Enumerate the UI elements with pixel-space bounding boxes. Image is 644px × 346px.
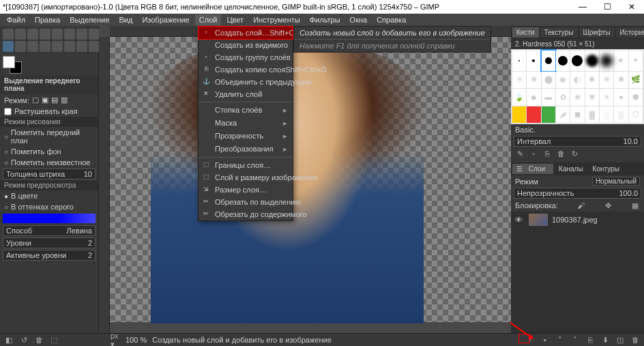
menu-stack[interactable]: Стопка слоёв▸: [199, 104, 293, 117]
tool-pencil[interactable]: [52, 41, 63, 52]
lower-layer-icon[interactable]: ˅: [570, 335, 580, 345]
tool-free[interactable]: [27, 29, 38, 40]
lock-alpha-icon[interactable]: ▦: [630, 201, 640, 210]
menu-help[interactable]: Справка: [372, 14, 410, 25]
tab-channels[interactable]: Каналы: [555, 164, 587, 174]
brush-item[interactable]: ⬤: [542, 72, 555, 89]
tool-move[interactable]: [3, 29, 14, 40]
menu-delete-layer[interactable]: ✕Удалить слой: [199, 88, 293, 100]
tool-fill[interactable]: [27, 41, 38, 52]
color-radio[interactable]: ● В цвете: [0, 190, 98, 201]
tool-clone[interactable]: [76, 41, 87, 52]
brush-item[interactable]: ✾: [585, 89, 599, 106]
menu-filters[interactable]: Фильтры: [306, 14, 345, 25]
menu-crop-selection[interactable]: ✂Обрезать по выделению: [199, 196, 293, 208]
tab-brushes[interactable]: Кисти: [512, 27, 539, 38]
tool-gradient[interactable]: [40, 41, 50, 52]
tool-rect[interactable]: [15, 29, 26, 40]
mode-icon[interactable]: ▢: [32, 96, 39, 104]
layer-row[interactable]: 👁 1090387.jpeg: [511, 212, 644, 228]
menu-layer[interactable]: Слой: [195, 14, 222, 25]
visibility-icon[interactable]: 👁: [515, 216, 525, 224]
tab-fonts[interactable]: Шрифты: [579, 27, 615, 38]
brush-item[interactable]: [542, 51, 555, 71]
menu-edit[interactable]: Правка: [31, 14, 64, 25]
brush-item[interactable]: ⬢: [629, 89, 643, 106]
menu-new-layer[interactable]: ▫Создать слой…Shift+Ctrl+N: [199, 27, 293, 39]
brush-item[interactable]: [527, 51, 540, 71]
brush-item[interactable]: ⬡: [629, 106, 643, 124]
menu-from-visible[interactable]: Создать из видимого: [199, 39, 293, 51]
mode-icon[interactable]: ▥: [61, 96, 68, 104]
stroke-width-field[interactable]: Толщина штриха10: [3, 169, 96, 179]
minimize-button[interactable]: —: [570, 0, 595, 14]
gray-radio[interactable]: ○ В оттенках серого: [0, 201, 98, 212]
brush-item[interactable]: ✳: [600, 89, 613, 106]
tool-rotate[interactable]: [64, 29, 75, 40]
draw-unknown-radio[interactable]: ○ Пометить неизвестное: [0, 157, 98, 168]
brush-item[interactable]: ◼: [570, 106, 584, 124]
brush-item[interactable]: ❄: [600, 72, 613, 89]
brush-dup-icon[interactable]: ⎘: [542, 149, 552, 158]
brush-item[interactable]: ●: [614, 89, 628, 106]
brush-item[interactable]: ✿: [556, 89, 570, 106]
sb-icon[interactable]: ⬚: [49, 335, 59, 345]
brush-new-icon[interactable]: ▫: [529, 149, 538, 158]
brush-item[interactable]: ▓: [585, 106, 599, 124]
feather-row[interactable]: Растушевать края: [0, 106, 98, 117]
menu-duplicate-layer[interactable]: ⎘Создать копию слояShift+Ctrl+D: [199, 63, 293, 76]
brush-item[interactable]: ▒: [614, 106, 628, 124]
brush-edit-icon[interactable]: ✎: [515, 149, 525, 158]
tool-paint[interactable]: [15, 41, 26, 52]
tool-erase[interactable]: [64, 41, 75, 52]
menu-new-group[interactable]: ▫Создать группу слоёв: [199, 51, 293, 63]
brush-item[interactable]: ✱: [614, 72, 628, 89]
feather-checkbox[interactable]: [4, 108, 12, 115]
lock-position-icon[interactable]: ✥: [603, 201, 613, 210]
brush-item[interactable]: ▬: [542, 89, 555, 106]
brush-item[interactable]: ◐: [570, 72, 584, 89]
brush-item[interactable]: [512, 51, 526, 71]
brush-item[interactable]: [512, 106, 526, 124]
tab-textures[interactable]: Текстуры: [540, 27, 578, 38]
maximize-button[interactable]: ☐: [595, 0, 619, 14]
ruler-vertical[interactable]: [99, 37, 110, 333]
brush-item[interactable]: ※: [512, 72, 526, 89]
mask-icon[interactable]: ◫: [615, 335, 625, 345]
levels-field[interactable]: Уровни2: [3, 237, 96, 248]
brush-item[interactable]: ❀: [570, 89, 584, 106]
tool-crop[interactable]: [52, 29, 63, 40]
brush-item[interactable]: ◉: [556, 72, 570, 89]
preview-gradient[interactable]: [3, 214, 96, 223]
menu-crop-content[interactable]: ✂Обрезать до содержимого: [199, 208, 293, 220]
brush-item[interactable]: [600, 51, 613, 71]
menu-transparency[interactable]: Прозрачность▸: [199, 130, 293, 143]
lock-pixels-icon[interactable]: 🖌: [576, 201, 585, 210]
menu-tools[interactable]: Инструменты: [249, 14, 304, 25]
menu-color[interactable]: Цвет: [222, 14, 248, 25]
menu-select[interactable]: Выделение: [65, 14, 113, 25]
tool-text[interactable]: [89, 41, 100, 52]
tool-flip[interactable]: [89, 29, 100, 40]
draw-fg-radio[interactable]: ○ Пометить передний план: [0, 127, 98, 146]
opacity-field[interactable]: Непрозрачность100.0: [514, 188, 641, 199]
mode-icon[interactable]: ▤: [51, 96, 58, 104]
brush-item[interactable]: [585, 51, 599, 71]
brush-item[interactable]: [570, 51, 584, 71]
menu-scale-layer[interactable]: ⇲Размер слоя…: [199, 184, 293, 196]
merge-icon[interactable]: ⬇: [600, 335, 610, 345]
mode-icon[interactable]: ▣: [42, 96, 48, 104]
close-button[interactable]: ✕: [619, 0, 644, 14]
menu-mask[interactable]: Маска▸: [199, 117, 293, 130]
menu-layer-bounds[interactable]: ⬚Границы слоя…: [199, 159, 293, 171]
brush-item[interactable]: ✺: [585, 72, 599, 89]
brush-item[interactable]: 🌿: [629, 72, 643, 89]
layer-group-icon[interactable]: ▪: [540, 335, 550, 345]
menu-transform[interactable]: Преобразования▸: [199, 143, 293, 156]
menu-layer-to-image[interactable]: ⬚Слой к размеру изображения: [199, 171, 293, 184]
sb-icon[interactable]: 🗑: [34, 335, 44, 345]
fg-color[interactable]: [3, 56, 15, 68]
active-levels-field[interactable]: Активные уровни2: [3, 250, 96, 261]
interval-field[interactable]: Интервал10.0: [514, 136, 641, 147]
menu-windows[interactable]: Окна: [346, 14, 372, 25]
